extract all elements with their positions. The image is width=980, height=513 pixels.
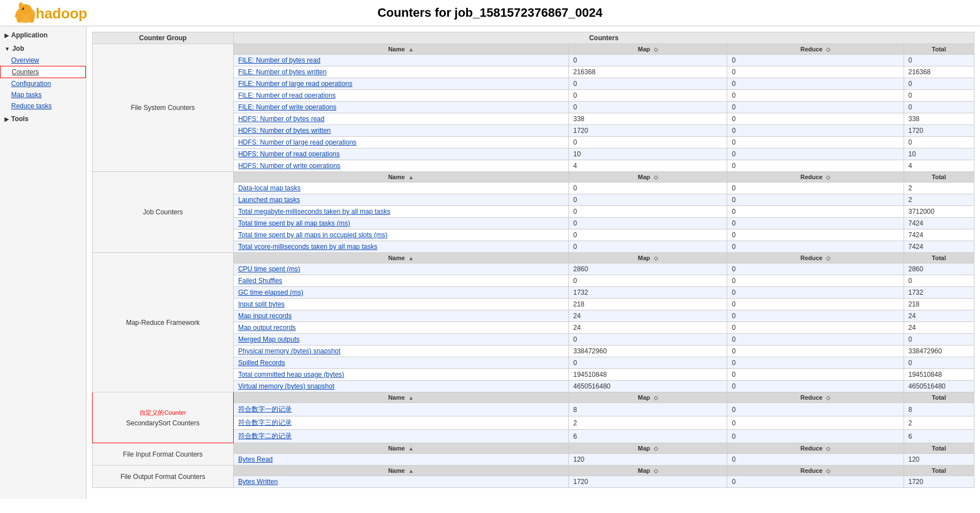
- sort-arrow-map[interactable]: ◇: [654, 46, 658, 52]
- counter-reduce-cell: 0: [727, 66, 904, 78]
- counter-name-cell: Bytes Read: [233, 454, 568, 466]
- sidebar-item-counters[interactable]: Counters: [0, 66, 86, 78]
- sidebar-item-reduce-tasks[interactable]: Reduce tasks: [0, 100, 86, 112]
- counter-name-cell: 符合数字一的记录: [233, 403, 568, 416]
- counter-name-link[interactable]: HDFS: Number of large read operations: [238, 138, 356, 146]
- sort-arrow-reduce[interactable]: ◇: [826, 174, 831, 180]
- counter-name-link[interactable]: Total committed heap usage (bytes): [238, 371, 344, 378]
- counter-name-link[interactable]: HDFS: Number of bytes read: [238, 115, 325, 123]
- counter-name-cell: Bytes Written: [233, 476, 568, 488]
- sort-arrow-map[interactable]: ◇: [654, 445, 658, 452]
- counter-total-cell: 4: [904, 160, 974, 172]
- sort-arrow-name[interactable]: ▲: [408, 174, 414, 180]
- counter-name-link[interactable]: Map output records: [238, 324, 296, 332]
- tools-header[interactable]: ▶ Tools: [0, 113, 86, 125]
- counter-name-link[interactable]: Data-local map tasks: [238, 184, 301, 192]
- sort-arrow-map[interactable]: ◇: [654, 395, 658, 401]
- counter-name-cell: Total committed heap usage (bytes): [233, 369, 568, 381]
- sort-arrow-map[interactable]: ◇: [654, 468, 658, 474]
- counter-name-cell: Failed Shuffles: [233, 275, 568, 287]
- counter-name-link[interactable]: HDFS: Number of read operations: [238, 150, 340, 158]
- counter-reduce-cell: 0: [727, 287, 904, 299]
- sort-arrow-name[interactable]: ▲: [408, 255, 414, 261]
- counters-table: Counter Group Counters File System Count…: [92, 32, 974, 488]
- counter-total-cell: 24: [904, 322, 974, 334]
- counter-name-link[interactable]: FILE: Number of read operations: [238, 92, 336, 99]
- counter-name-link[interactable]: GC time elapsed (ms): [238, 289, 303, 296]
- counter-total-cell: 338: [904, 113, 974, 125]
- counter-total-cell: 120: [904, 454, 974, 466]
- counter-name-cell: Total megabyte-milliseconds taken by all…: [233, 206, 568, 218]
- counter-map-cell: 6: [568, 430, 727, 443]
- sidebar-item-map-tasks[interactable]: Map tasks: [0, 89, 86, 100]
- counter-name-link[interactable]: Map input records: [238, 312, 292, 320]
- counter-reduce-cell: 0: [727, 160, 904, 172]
- sort-arrow-reduce[interactable]: ◇: [826, 468, 831, 474]
- counter-name-link[interactable]: CPU time spent (ms): [238, 265, 300, 273]
- counter-map-cell: 0: [568, 229, 727, 241]
- col-map-header: Map ◇: [568, 466, 727, 476]
- counter-reduce-cell: 0: [727, 137, 904, 148]
- counter-name-cell: FILE: Number of bytes written: [233, 66, 568, 78]
- sort-arrow-map[interactable]: ◇: [654, 255, 658, 261]
- counter-name-link[interactable]: 符合数字三的记录: [238, 419, 292, 426]
- job-header[interactable]: ▼ Job: [0, 42, 86, 55]
- counter-map-cell: 2: [568, 416, 727, 430]
- counter-name-link[interactable]: Physical memory (bytes) snapshot: [238, 347, 340, 355]
- sidebar-item-configuration[interactable]: Configuration: [0, 78, 86, 89]
- counter-reduce-cell: 0: [727, 125, 904, 137]
- counter-name-link[interactable]: Merged Map outputs: [238, 335, 300, 343]
- counter-name-link[interactable]: Total vcore-milliseconds taken by all ma…: [238, 243, 377, 251]
- counter-name-link[interactable]: Bytes Written: [238, 478, 278, 486]
- arrow-icon: ▶: [4, 32, 9, 39]
- counter-name-link[interactable]: Spilled Records: [238, 359, 285, 367]
- col-name-header: Name ▲: [233, 466, 568, 476]
- counter-name-link[interactable]: FILE: Number of large read operations: [238, 80, 353, 88]
- custom-counter-label: 自定义的Counter: [97, 409, 229, 417]
- sort-arrow-name[interactable]: ▲: [408, 468, 414, 474]
- col-total-header: Total: [904, 44, 974, 55]
- counter-name-link[interactable]: Total megabyte-milliseconds taken by all…: [238, 208, 390, 215]
- counter-name-link[interactable]: 符合数字一的记录: [238, 405, 292, 413]
- counter-name-link[interactable]: Failed Shuffles: [238, 277, 282, 285]
- sort-arrow-name[interactable]: ▲: [408, 46, 414, 52]
- sidebar-item-overview[interactable]: Overview: [0, 55, 86, 66]
- sort-arrow-reduce[interactable]: ◇: [826, 255, 831, 261]
- counter-name-cell: HDFS: Number of bytes read: [233, 113, 568, 125]
- group-cell: File Input Format Counters: [93, 443, 234, 466]
- counter-map-cell: 0: [568, 241, 727, 253]
- counter-name-link[interactable]: Input split bytes: [238, 300, 284, 308]
- counter-name-link[interactable]: Bytes Read: [238, 456, 273, 463]
- counter-reduce-cell: 0: [727, 275, 904, 287]
- counter-name-link[interactable]: HDFS: Number of write operations: [238, 162, 340, 170]
- application-header[interactable]: ▶ Application: [0, 29, 86, 41]
- sort-arrow-map[interactable]: ◇: [654, 174, 658, 180]
- counter-total-cell: 7424: [904, 218, 974, 229]
- sort-arrow-name[interactable]: ▲: [408, 395, 414, 401]
- counter-name-link[interactable]: Total time spent by all map tasks (ms): [238, 219, 350, 227]
- counter-map-cell: 24: [568, 310, 727, 322]
- counter-name-cell: 符合数字三的记录: [233, 416, 568, 430]
- counter-name-link[interactable]: FILE: Number of write operations: [238, 103, 336, 111]
- counter-name-cell: Physical memory (bytes) snapshot: [233, 346, 568, 357]
- counter-total-cell: 0: [904, 334, 974, 346]
- job-label: Job: [12, 45, 24, 52]
- counter-total-cell: 24: [904, 310, 974, 322]
- sort-arrow-reduce[interactable]: ◇: [826, 46, 831, 52]
- sort-arrow-name[interactable]: ▲: [408, 445, 414, 452]
- counter-reduce-cell: 0: [727, 55, 904, 66]
- counter-name-link[interactable]: FILE: Number of bytes read: [238, 56, 320, 64]
- application-label: Application: [11, 31, 47, 39]
- sort-arrow-reduce[interactable]: ◇: [826, 395, 831, 401]
- counter-reduce-cell: 0: [727, 334, 904, 346]
- counter-name-link[interactable]: Launched map tasks: [238, 196, 300, 204]
- counter-name-link[interactable]: FILE: Number of bytes written: [238, 68, 327, 76]
- counter-name-link[interactable]: Total time spent by all maps in occupied…: [238, 231, 387, 239]
- counter-name-link[interactable]: HDFS: Number of bytes written: [238, 127, 331, 135]
- page-header: hadoop Counters for job_1581572376867_00…: [0, 0, 980, 26]
- counter-name-link[interactable]: 符合数字二的记录: [238, 432, 292, 440]
- counter-name-link[interactable]: Virtual memory (bytes) snapshot: [238, 382, 335, 390]
- sort-arrow-reduce[interactable]: ◇: [826, 445, 831, 452]
- col-map-header: Map ◇: [568, 253, 727, 263]
- counter-total-cell: 6: [904, 430, 974, 443]
